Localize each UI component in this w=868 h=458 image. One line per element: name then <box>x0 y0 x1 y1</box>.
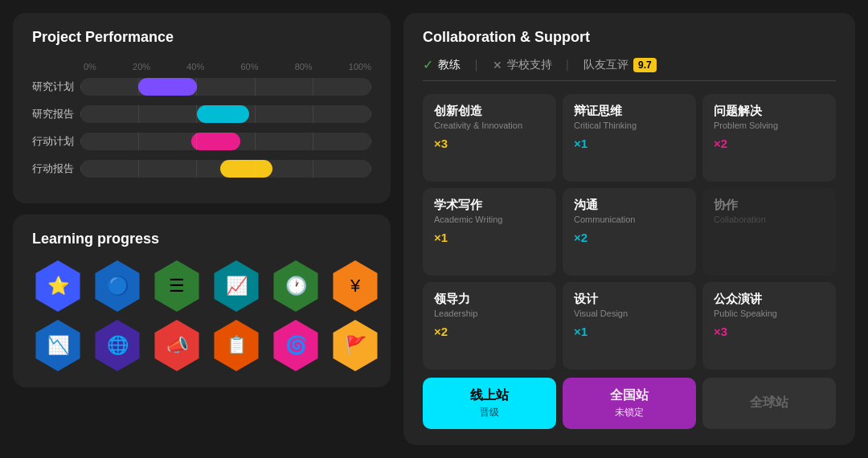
bar-chart-header: 0% 20% 40% 60% 80% 100% <box>32 62 371 72</box>
bar-label-0: 研究计划 <box>32 80 80 94</box>
tick-4 <box>313 160 313 178</box>
x-icon: ✕ <box>493 59 502 72</box>
skill-card-6[interactable]: 领导力Leadership×2 <box>423 282 556 370</box>
learning-icon-3[interactable]: 📈 <box>211 260 262 312</box>
skill-en-4: Communication <box>574 215 685 224</box>
bar-chart-area: 0% 20% 40% 60% 80% 100% 研究计划研究报告行动计划行动报告 <box>32 59 371 178</box>
x-label-0: 0% <box>84 62 96 72</box>
tick-1 <box>138 105 139 123</box>
skill-card-0[interactable]: 创新创造Creativity & Innovation×3 <box>423 94 556 182</box>
learning-icon-7[interactable]: 🌐 <box>92 320 143 371</box>
tick-4 <box>313 133 313 150</box>
icons-grid: ⭐🔵☰📈🕐¥📉🌐📣📋🌀🚩 <box>32 260 371 371</box>
bar-row-2: 行动计划 <box>32 133 371 150</box>
bar-fill-2 <box>191 133 241 150</box>
tab-peer[interactable]: 队友互评 9.7 <box>571 58 669 72</box>
skill-cn-2: 问题解决 <box>714 104 825 119</box>
bar-track-3 <box>80 160 371 178</box>
btn-sub-0: 晋级 <box>480 406 499 419</box>
learning-icon-9[interactable]: 📋 <box>211 320 262 371</box>
x-label-40: 40% <box>186 62 204 72</box>
collab-title: Collaboration & Support <box>423 29 836 46</box>
tick-5 <box>371 133 371 150</box>
tab-school[interactable]: ✕ 学校支持 <box>480 58 565 72</box>
tick-0 <box>80 78 81 96</box>
tick-0 <box>80 133 81 150</box>
learning-icon-8[interactable]: 📣 <box>151 320 203 371</box>
skill-en-2: Problem Solving <box>714 121 825 130</box>
skill-mult-6: ×2 <box>434 325 545 338</box>
bottom-buttons: 线上站晋级全国站未锁定全球站 <box>423 378 836 429</box>
skill-mult-8: ×3 <box>714 325 825 338</box>
learning-icon-6[interactable]: 📉 <box>32 320 84 371</box>
tick-0 <box>80 105 81 123</box>
bar-fill-0 <box>138 78 196 96</box>
right-panel: Collaboration & Support ✓ 教练 │ ✕ 学校支持 │ … <box>403 13 855 445</box>
bar-track-1 <box>80 105 371 123</box>
bar-rows: 研究计划研究报告行动计划行动报告 <box>32 78 371 178</box>
learning-icon-2[interactable]: ☰ <box>151 260 203 312</box>
skill-cn-8: 公众演讲 <box>714 292 825 307</box>
tab-divider-1: │ <box>473 59 480 71</box>
skill-mult-2: ×2 <box>714 137 825 150</box>
bar-track-wrapper-0 <box>80 78 371 96</box>
skill-mult-4: ×2 <box>574 231 685 244</box>
station-btn-0[interactable]: 线上站晋级 <box>423 378 556 429</box>
x-label-20: 20% <box>133 62 150 72</box>
skill-mult-1: ×1 <box>574 137 685 150</box>
tick-5 <box>371 160 371 178</box>
left-panel: Project Performance 0% 20% 40% 60% 80% 1… <box>13 13 391 445</box>
bar-label-1: 研究报告 <box>32 107 80 121</box>
bar-row-1: 研究报告 <box>32 105 371 123</box>
learning-icon-1[interactable]: 🔵 <box>92 260 143 312</box>
skill-en-8: Public Speaking <box>714 309 825 318</box>
station-btn-2: 全球站 <box>702 378 836 429</box>
tick-1 <box>138 133 139 150</box>
btn-main-2: 全球站 <box>750 395 788 411</box>
tab-coach[interactable]: ✓ 教练 <box>423 57 473 72</box>
skill-card-8[interactable]: 公众演讲Public Speaking×3 <box>702 282 836 370</box>
x-label-80: 80% <box>295 62 313 72</box>
learning-icon-4[interactable]: 🕐 <box>270 260 321 312</box>
tick-0 <box>80 160 81 178</box>
skill-card-4[interactable]: 沟通Communication×2 <box>563 188 696 276</box>
tab-divider-2: │ <box>565 59 571 71</box>
skill-en-5: Collaboration <box>714 215 825 224</box>
skill-cn-4: 沟通 <box>574 198 685 213</box>
skill-grid: 创新创造Creativity & Innovation×3辩证思维Critica… <box>423 94 836 370</box>
tick-4 <box>313 105 313 123</box>
peer-score-badge: 9.7 <box>633 58 657 72</box>
check-icon: ✓ <box>423 57 433 72</box>
station-btn-1[interactable]: 全国站未锁定 <box>563 378 696 429</box>
skill-cn-5: 协作 <box>714 198 825 213</box>
bar-label-3: 行动报告 <box>32 162 80 176</box>
bar-row-3: 行动报告 <box>32 160 371 178</box>
skill-card-2[interactable]: 问题解决Problem Solving×2 <box>702 94 836 182</box>
tab-coach-label: 教练 <box>438 58 461 72</box>
bar-track-wrapper-1 <box>80 105 371 123</box>
x-label-100: 100% <box>349 62 371 72</box>
learning-icon-0[interactable]: ⭐ <box>32 260 84 312</box>
tab-peer-label: 队友互评 <box>583 58 628 72</box>
learning-icon-11[interactable]: 🚩 <box>330 320 381 371</box>
skill-card-3[interactable]: 学术写作Academic Writing×1 <box>423 188 556 276</box>
tick-3 <box>255 133 256 150</box>
learning-title: Learning progress <box>32 231 371 247</box>
performance-title: Project Performance <box>32 29 371 46</box>
main-container: Project Performance 0% 20% 40% 60% 80% 1… <box>0 0 868 458</box>
skill-card-7[interactable]: 设计Visual Design×1 <box>563 282 696 370</box>
learning-icon-10[interactable]: 🌀 <box>270 320 321 371</box>
tick-3 <box>255 78 256 96</box>
btn-main-1: 全国站 <box>610 387 649 404</box>
skill-card-1[interactable]: 辩证思维Critical Thinking×1 <box>563 94 696 182</box>
collab-tabs: ✓ 教练 │ ✕ 学校支持 │ 队友互评 9.7 <box>423 57 836 81</box>
learning-icon-5[interactable]: ¥ <box>330 260 381 312</box>
skill-en-3: Academic Writing <box>434 215 545 224</box>
skill-cn-6: 领导力 <box>434 292 545 307</box>
skill-card-5: 协作Collaboration <box>702 188 836 276</box>
tick-4 <box>313 78 313 96</box>
bar-track-wrapper-2 <box>80 133 371 150</box>
bar-label-2: 行动计划 <box>32 134 80 149</box>
skill-cn-3: 学术写作 <box>434 198 545 213</box>
x-label-60: 60% <box>240 62 258 72</box>
